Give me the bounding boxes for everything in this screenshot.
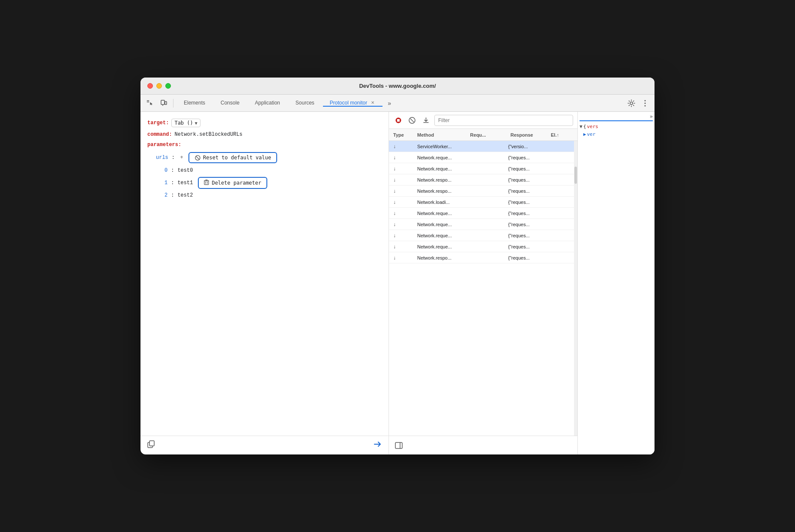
traffic-lights	[147, 83, 171, 89]
delete-button-label: Delete parameter	[212, 180, 261, 186]
tab-sources[interactable]: Sources	[289, 100, 321, 107]
minimize-button[interactable]	[156, 83, 162, 89]
table-row[interactable]: ↓ Network.respo... {"reques...	[389, 185, 574, 197]
delete-parameter-button[interactable]: Delete parameter	[198, 177, 267, 189]
urls-row: urls : + Reset to default value	[156, 152, 382, 163]
scrollbar-thumb[interactable]	[574, 167, 577, 184]
svg-point-10	[645, 105, 646, 106]
command-value: Network.setBlockedURLs	[175, 132, 242, 137]
right-panel: Type Method Requ... Response El.↑ ↓	[389, 112, 655, 454]
param-index-2: 2	[164, 192, 167, 198]
expand-icon[interactable]: ▼	[580, 123, 583, 131]
svg-line-23	[410, 119, 414, 122]
clear-icon[interactable]	[407, 115, 417, 126]
svg-point-7	[630, 102, 633, 105]
download-icon[interactable]	[421, 115, 431, 126]
table-body: ↓ ServiceWorker... {"versio... ↓ Network…	[389, 141, 574, 436]
table-row[interactable]: ↓ Network.reque... {"reques...	[389, 163, 574, 174]
tab-protocol-monitor[interactable]: Protocol monitor ✕	[323, 100, 383, 107]
reset-button-label: Reset to default value	[203, 155, 271, 161]
parameters-row: parameters:	[147, 142, 382, 148]
table-row[interactable]: ↓ ServiceWorker... {"versio...	[389, 141, 574, 152]
reset-to-default-button[interactable]: Reset to default value	[188, 152, 277, 163]
more-options-icon[interactable]	[639, 97, 651, 109]
window-title: DevTools - www.google.com/	[359, 83, 436, 89]
tab-close-icon[interactable]: ✕	[370, 100, 376, 106]
col-type-header: Type	[389, 132, 415, 137]
stop-recording-icon[interactable]	[393, 115, 403, 126]
svg-rect-2	[147, 102, 148, 102]
main-area: target: Tab () ▼ command: Network.setBlo…	[140, 112, 655, 454]
devtools-window: DevTools - www.google.com/	[140, 78, 655, 454]
dropdown-arrow-icon: ▼	[195, 121, 197, 126]
maximize-button[interactable]	[165, 83, 171, 89]
urls-colon: :	[172, 155, 175, 161]
svg-rect-13	[204, 181, 209, 185]
right-footer	[389, 436, 577, 454]
table-row[interactable]: ↓ Network.respo... {"reques...	[389, 252, 574, 263]
detail-panel: » ▼ { vers ▼ ▶ ver	[577, 112, 655, 454]
param-item-2: 2 : test2	[164, 192, 382, 198]
detail-row-1: ▼ ▶ ver	[580, 131, 653, 138]
param-colon-1: :	[171, 180, 174, 186]
cursor-icon[interactable]	[144, 97, 156, 109]
top-toolbar: Elements Console Application Sources Pro…	[140, 95, 655, 112]
table-row[interactable]: ↓ Network.reque... {"reques...	[389, 208, 574, 219]
svg-rect-21	[397, 119, 400, 122]
devtools-body: Elements Console Application Sources Pro…	[140, 95, 655, 454]
param-value-0: test0	[177, 167, 193, 173]
row-type: ↓	[389, 143, 415, 149]
col-request-header: Requ...	[468, 132, 508, 137]
detail-key: ver	[587, 131, 595, 138]
settings-icon[interactable]	[625, 97, 637, 109]
target-label: target:	[147, 120, 169, 126]
table-row[interactable]: ↓ Network.respo... {"reques...	[389, 174, 574, 185]
svg-rect-4	[161, 100, 164, 105]
param-index-0: 0	[164, 167, 167, 173]
tab-elements[interactable]: Elements	[177, 100, 212, 107]
detail-more-icon[interactable]: »	[650, 114, 653, 120]
reset-icon	[194, 155, 200, 161]
protocol-toolbar	[389, 112, 577, 129]
device-icon[interactable]	[158, 97, 170, 109]
detail-value: vers	[587, 123, 598, 131]
trash-icon	[204, 179, 209, 186]
tab-console[interactable]: Console	[214, 100, 246, 107]
protocol-table-area: Type Method Requ... Response El.↑ ↓	[389, 112, 577, 454]
urls-label: urls	[156, 155, 168, 161]
command-label: command:	[147, 132, 172, 137]
param-value-2: test2	[177, 192, 193, 198]
target-select[interactable]: Tab () ▼	[171, 119, 200, 127]
svg-rect-0	[147, 100, 148, 101]
table-row[interactable]: ↓ Network.reque... {"reques...	[389, 241, 574, 252]
tab-application[interactable]: Application	[248, 100, 287, 107]
filter-input[interactable]	[434, 115, 573, 126]
param-colon-2: :	[171, 192, 174, 198]
param-item-0: 0 : test0	[164, 167, 382, 173]
toolbar-divider	[173, 99, 173, 108]
param-item-1: 1 : test1	[164, 177, 382, 189]
more-tabs-icon[interactable]: »	[384, 100, 395, 107]
svg-rect-19	[149, 441, 154, 446]
add-url-icon[interactable]: +	[178, 154, 185, 161]
send-button[interactable]	[373, 440, 382, 450]
param-colon-0: :	[171, 167, 174, 173]
svg-rect-3	[148, 102, 149, 102]
svg-point-8	[645, 100, 646, 101]
table-row[interactable]: ↓ Network.loadi... {"reques...	[389, 197, 574, 208]
close-button[interactable]	[147, 83, 153, 89]
table-row[interactable]: ↓ Network.reque... {"reques...	[389, 152, 574, 163]
parameters-label: parameters:	[147, 142, 181, 148]
expand-icon-2[interactable]: ▶	[583, 131, 586, 138]
copy-icon[interactable]	[147, 440, 155, 450]
table-header: Type Method Requ... Response El.↑	[389, 129, 577, 141]
col-response-header: Response	[508, 132, 548, 137]
svg-rect-25	[395, 442, 402, 448]
row-response: {"versio...	[505, 144, 545, 149]
toggle-sidebar-icon[interactable]	[393, 440, 404, 451]
table-row[interactable]: ↓ Network.reque... {"reques...	[389, 230, 574, 241]
titlebar: DevTools - www.google.com/	[140, 78, 655, 95]
table-row[interactable]: ↓ Network.reque... {"reques...	[389, 219, 574, 230]
scrollbar-track[interactable]	[574, 141, 577, 436]
col-elapsed-header: El.↑	[548, 132, 574, 137]
